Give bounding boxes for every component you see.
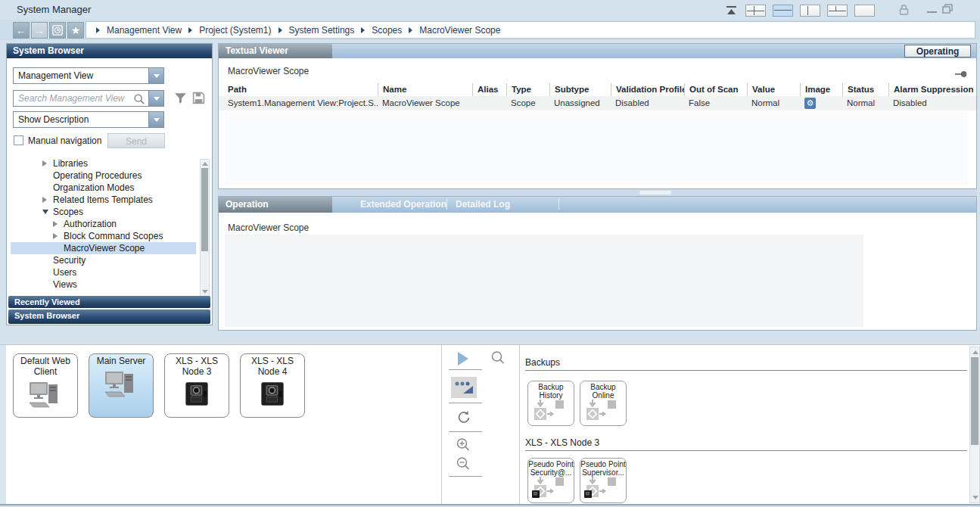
collapse-arrow-icon[interactable]	[42, 210, 48, 214]
view-select[interactable]: Management View	[13, 67, 164, 84]
macro-step-icon	[532, 398, 567, 424]
breadcrumb-item[interactable]: MacroViewer Scope	[419, 25, 500, 36]
col-name[interactable]: Name	[378, 83, 472, 96]
col-status[interactable]: Status	[842, 83, 888, 96]
operating-mode-button[interactable]: Operating	[904, 45, 971, 58]
table-row[interactable]: System1.Management View:Project.S... Mac…	[219, 96, 976, 110]
macro-tile-backup-online[interactable]: Backup Online	[580, 381, 627, 426]
search-icon[interactable]	[490, 350, 506, 369]
breadcrumb-item[interactable]: Scopes	[372, 25, 402, 36]
scrollbar-thumb[interactable]	[971, 357, 978, 445]
zoom-in-icon[interactable]	[456, 437, 471, 456]
col-out-of-scan[interactable]: Out of Scan	[684, 83, 747, 96]
pane-splitter[interactable]	[218, 189, 977, 196]
tree-item-views[interactable]: Views	[11, 278, 196, 291]
scroll-up-icon[interactable]	[972, 350, 978, 354]
device-tile-main-server[interactable]: Main Server	[89, 353, 154, 418]
macro-tile-backup-history[interactable]: Backup History	[527, 381, 574, 426]
col-value[interactable]: Value	[747, 83, 800, 96]
minimize-icon[interactable]	[927, 11, 937, 13]
scroll-down-icon[interactable]	[202, 290, 208, 294]
restore-icon[interactable]	[942, 4, 954, 17]
col-alarm-suppression[interactable]: Alarm Suppression	[888, 83, 976, 96]
col-subtype[interactable]: Subtype	[549, 83, 611, 96]
tree-item-macroviewer-scope[interactable]: MacroViewer Scope	[11, 242, 196, 254]
macro-tile-pseudo-point-security[interactable]: Pseudo Point Security@...	[527, 458, 574, 503]
scroll-down-icon[interactable]	[972, 496, 978, 499]
expand-arrow-icon[interactable]	[53, 221, 58, 227]
tab-operation[interactable]: Operation	[219, 197, 332, 213]
macro-tile-pseudo-point-supervisor[interactable]: Pseudo Point Supervisor...	[580, 458, 627, 503]
panel-divider	[441, 345, 442, 504]
cell-alarm-suppression: Disabled	[888, 96, 976, 110]
layout-columns-icon[interactable]	[800, 5, 820, 17]
chevron-down-icon[interactable]	[148, 91, 163, 106]
send-button[interactable]: Send	[107, 133, 165, 148]
layout-rows-icon[interactable]	[773, 5, 793, 17]
col-validation-profile[interactable]: Validation Profile	[611, 83, 684, 96]
macro-panel-scrollbar[interactable]	[969, 347, 980, 503]
forward-button[interactable]: →	[31, 22, 48, 39]
breadcrumb-arrow-icon	[409, 27, 412, 33]
search-icon[interactable]	[133, 93, 145, 107]
tree-item-security[interactable]: Security	[11, 254, 196, 266]
history-icon[interactable]	[49, 22, 66, 39]
breadcrumb-item[interactable]: Project (System1)	[199, 25, 271, 36]
back-button[interactable]: ←	[13, 22, 30, 39]
manual-navigation-checkbox[interactable]	[14, 135, 23, 145]
expand-arrow-icon[interactable]	[53, 233, 58, 239]
refresh-icon[interactable]	[456, 409, 471, 428]
cell-name: MacroViewer Scope	[378, 96, 472, 110]
expand-arrow-icon[interactable]	[42, 160, 47, 166]
tab-extended-operation[interactable]: Extended Operation	[360, 199, 446, 210]
cell-subtype: Unassigned	[549, 96, 611, 110]
tree-item-related-items-templates[interactable]: Related Items Templates	[11, 194, 196, 206]
col-alias[interactable]: Alias	[472, 83, 506, 96]
breadcrumb-item[interactable]: System Settings	[289, 25, 355, 36]
device-tile-xls-node-4[interactable]: XLS - XLS Node 4	[240, 353, 305, 418]
tree-item-block-command-scopes[interactable]: Block Command Scopes	[11, 230, 196, 242]
layout-single-icon[interactable]	[854, 5, 875, 17]
workstation-icon	[103, 388, 139, 401]
scroll-up-icon[interactable]	[202, 162, 208, 166]
scrollbar-thumb[interactable]	[201, 168, 208, 251]
col-path[interactable]: Path	[219, 83, 378, 96]
run-macro-icon[interactable]	[458, 352, 468, 365]
system-browser-bar[interactable]: System Browser	[8, 309, 210, 324]
pin-icon[interactable]	[955, 67, 967, 81]
tree-item-scopes[interactable]: Scopes	[11, 206, 196, 218]
tab-detailed-log[interactable]: Detailed Log	[456, 199, 510, 210]
tree-item-organization-modes[interactable]: Organization Modes	[11, 182, 196, 194]
zoom-out-icon[interactable]	[456, 456, 471, 474]
col-type[interactable]: Type	[506, 83, 549, 96]
chevron-down-icon[interactable]	[148, 112, 163, 127]
tree-item-authorization[interactable]: Authorization	[11, 218, 196, 230]
device-tile-default-web-client[interactable]: Default Web Client	[13, 353, 78, 418]
save-icon[interactable]	[192, 92, 205, 107]
col-image[interactable]: Image	[800, 83, 842, 96]
macro-view-icon[interactable]	[451, 377, 477, 398]
tab-separator	[558, 198, 559, 210]
tree-scrollbar[interactable]	[200, 159, 210, 297]
device-tile-xls-node-3[interactable]: XLS - XLS Node 3	[164, 353, 229, 418]
breadcrumb-item[interactable]: Management View	[107, 25, 182, 36]
layout-split-icon[interactable]	[827, 5, 848, 17]
operation-tabbar: Operation Extended Operation Detailed Lo…	[219, 197, 976, 213]
tree-item-users[interactable]: Users	[11, 266, 196, 278]
filter-icon[interactable]	[174, 92, 187, 107]
tree-item-libraries[interactable]: Libraries	[11, 157, 196, 170]
favorites-star-icon[interactable]: ★	[67, 22, 84, 39]
description-select[interactable]: Show Description	[13, 111, 164, 128]
collapse-icon[interactable]	[725, 5, 738, 19]
gear-icon[interactable]: ⚙	[804, 98, 816, 109]
left-edge-strip	[0, 345, 6, 504]
tab-textual-viewer[interactable]: Textual Viewer	[219, 44, 332, 58]
tree-item-operating-procedures[interactable]: Operating Procedures	[11, 170, 196, 182]
cell-validation-profile: Disabled	[611, 96, 684, 110]
recently-viewed-bar[interactable]: Recently Viewed	[8, 296, 210, 308]
layout-quad-icon[interactable]	[745, 5, 766, 17]
splitter-grip[interactable]	[639, 191, 671, 194]
expand-arrow-icon[interactable]	[42, 197, 47, 203]
chevron-down-icon[interactable]	[148, 68, 163, 83]
textual-viewer-panel: Textual Viewer Operating MacroViewer Sco…	[218, 43, 977, 189]
